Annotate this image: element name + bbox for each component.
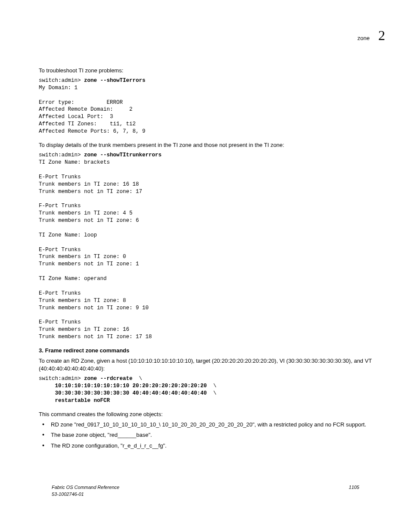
page-header: zone 2 — [26, 26, 385, 45]
paragraph-objects-intro: This command creates the following zone … — [39, 411, 385, 418]
code-block-showtierrors: switch:admin> zone --showTIerrors My Dom… — [39, 77, 385, 135]
code-block-showtitrunkerrors: switch:admin> zone --showTItrunkerrors T… — [39, 152, 385, 341]
list-item: RD zone "red_0917_10_10_10_10_10_10_\ 10… — [39, 421, 385, 429]
cli-output: My Domain: 1 Error type: ERROR Affected … — [39, 85, 146, 134]
cli-prompt: switch:admin> — [39, 376, 84, 382]
footer-left: Fabric OS Command Reference 53-1002746-0… — [52, 484, 119, 498]
cli-command-line2: 10:10:10:10:10:10:10:10 20:20:20:20:20:2… — [39, 383, 210, 389]
cli-command-line3: 30:30:30:30:30:30:30:30 40:40:40:40:40:4… — [39, 390, 210, 396]
paragraph-troubleshoot-intro: To troubleshoot TI zone problems: — [39, 67, 385, 75]
cli-prompt: switch:admin> — [39, 78, 84, 84]
cli-command: zone --showTItrunkerrors — [84, 152, 162, 158]
header-section-name: zone — [358, 34, 370, 42]
cli-command-line4: restartable noFCR — [39, 398, 110, 404]
list-item: The RD zone configuration, "r_e_d_i_r_c_… — [39, 442, 385, 450]
paragraph-trunk-intro: To display details of the trunk members … — [39, 141, 385, 149]
cli-command-line1: zone --rdcreate — [84, 376, 136, 382]
header-chapter-number: 2 — [378, 26, 385, 45]
paragraph-rdzone-intro: To create an RD Zone, given a host (10:1… — [39, 357, 385, 373]
footer-page-number: 1105 — [349, 484, 359, 498]
cli-output: TI Zone Name: brackets E-Port Trunks Tru… — [39, 159, 152, 340]
footer-doc-title: Fabric OS Command Reference — [52, 484, 119, 491]
section-heading-frame-redirect: 3. Frame redirect zone commands — [39, 347, 385, 355]
cli-prompt: switch:admin> — [39, 152, 84, 158]
page-footer: Fabric OS Command Reference 53-1002746-0… — [52, 484, 359, 498]
list-item: The base zone object, "red______base". — [39, 431, 385, 439]
cli-command: zone --showTIerrors — [84, 78, 146, 84]
bullet-list-zone-objects: RD zone "red_0917_10_10_10_10_10_10_\ 10… — [39, 421, 385, 450]
footer-doc-number: 53-1002746-01 — [52, 491, 119, 498]
code-block-rdcreate: switch:admin> zone --rdcreate \ 10:10:10… — [39, 375, 385, 404]
